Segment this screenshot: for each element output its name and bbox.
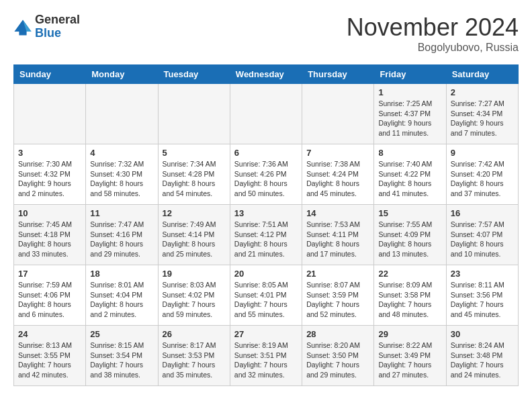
day-number: 5 [163, 148, 226, 158]
day-number: 21 [306, 269, 369, 279]
day-number: 30 [451, 329, 514, 339]
calendar-cell: 26Sunrise: 8:17 AM Sunset: 3:53 PM Dayli… [158, 326, 230, 386]
day-info: Sunrise: 7:47 AM Sunset: 4:16 PM Dayligh… [90, 220, 153, 259]
day-info: Sunrise: 7:40 AM Sunset: 4:22 PM Dayligh… [378, 159, 441, 199]
day-number: 28 [306, 329, 369, 339]
calendar-cell: 4Sunrise: 7:32 AM Sunset: 4:30 PM Daylig… [86, 144, 158, 205]
day-number: 7 [306, 148, 369, 158]
day-number: 20 [234, 269, 298, 279]
day-number: 12 [163, 208, 226, 218]
column-header-sunday: Sunday [14, 65, 86, 84]
month-title: November 2024 [347, 13, 519, 42]
day-info: Sunrise: 8:19 AM Sunset: 3:51 PM Dayligh… [234, 340, 298, 380]
day-info: Sunrise: 8:01 AM Sunset: 4:04 PM Dayligh… [90, 280, 153, 320]
page-header: General Blue November 2024 Bogolyubovo, … [13, 13, 519, 54]
calendar-cell [158, 84, 230, 144]
calendar-cell: 17Sunrise: 7:59 AM Sunset: 4:06 PM Dayli… [14, 265, 86, 326]
calendar-week-1: 1Sunrise: 7:25 AM Sunset: 4:37 PM Daylig… [14, 84, 519, 144]
day-info: Sunrise: 8:07 AM Sunset: 3:59 PM Dayligh… [306, 280, 369, 320]
day-info: Sunrise: 7:36 AM Sunset: 4:26 PM Dayligh… [234, 159, 298, 199]
day-number: 16 [451, 208, 514, 218]
calendar-cell: 19Sunrise: 8:03 AM Sunset: 4:02 PM Dayli… [158, 265, 230, 326]
calendar-cell: 5Sunrise: 7:34 AM Sunset: 4:28 PM Daylig… [158, 144, 230, 205]
calendar-cell: 24Sunrise: 8:13 AM Sunset: 3:55 PM Dayli… [14, 326, 86, 386]
calendar-cell: 25Sunrise: 8:15 AM Sunset: 3:54 PM Dayli… [86, 326, 158, 386]
calendar-cell: 12Sunrise: 7:49 AM Sunset: 4:14 PM Dayli… [158, 205, 230, 265]
day-number: 23 [451, 269, 514, 279]
calendar-cell: 15Sunrise: 7:55 AM Sunset: 4:09 PM Dayli… [374, 205, 446, 265]
day-info: Sunrise: 7:30 AM Sunset: 4:32 PM Dayligh… [18, 159, 81, 199]
day-number: 13 [234, 208, 298, 218]
day-info: Sunrise: 7:38 AM Sunset: 4:24 PM Dayligh… [306, 159, 369, 199]
calendar-table: SundayMondayTuesdayWednesdayThursdayFrid… [13, 64, 519, 386]
calendar-week-5: 24Sunrise: 8:13 AM Sunset: 3:55 PM Dayli… [14, 326, 519, 386]
column-header-monday: Monday [86, 65, 158, 84]
calendar-cell [302, 84, 374, 144]
logo-general-text: General [35, 13, 80, 27]
calendar-cell: 7Sunrise: 7:38 AM Sunset: 4:24 PM Daylig… [302, 144, 374, 205]
calendar-week-2: 3Sunrise: 7:30 AM Sunset: 4:32 PM Daylig… [14, 144, 519, 205]
calendar-week-4: 17Sunrise: 7:59 AM Sunset: 4:06 PM Dayli… [14, 265, 519, 326]
calendar-cell: 3Sunrise: 7:30 AM Sunset: 4:32 PM Daylig… [14, 144, 86, 205]
location-text: Bogolyubovo, Russia [347, 42, 519, 54]
day-number: 6 [234, 148, 298, 158]
calendar-cell: 6Sunrise: 7:36 AM Sunset: 4:26 PM Daylig… [230, 144, 302, 205]
calendar-cell: 11Sunrise: 7:47 AM Sunset: 4:16 PM Dayli… [86, 205, 158, 265]
day-info: Sunrise: 8:17 AM Sunset: 3:53 PM Dayligh… [163, 340, 226, 380]
column-header-tuesday: Tuesday [158, 65, 230, 84]
calendar-cell: 1Sunrise: 7:25 AM Sunset: 4:37 PM Daylig… [374, 84, 446, 144]
logo: General Blue [13, 13, 80, 40]
day-info: Sunrise: 7:59 AM Sunset: 4:06 PM Dayligh… [18, 280, 81, 320]
logo-blue-text: Blue [35, 27, 80, 40]
day-number: 24 [18, 329, 81, 339]
day-number: 26 [163, 329, 226, 339]
calendar-cell: 10Sunrise: 7:45 AM Sunset: 4:18 PM Dayli… [14, 205, 86, 265]
calendar-cell: 21Sunrise: 8:07 AM Sunset: 3:59 PM Dayli… [302, 265, 374, 326]
day-number: 8 [378, 148, 441, 158]
calendar-cell [14, 84, 86, 144]
calendar-cell: 9Sunrise: 7:42 AM Sunset: 4:20 PM Daylig… [446, 144, 518, 205]
column-header-saturday: Saturday [446, 65, 518, 84]
day-number: 9 [451, 148, 514, 158]
day-info: Sunrise: 8:20 AM Sunset: 3:50 PM Dayligh… [306, 340, 369, 380]
day-number: 19 [163, 269, 226, 279]
day-info: Sunrise: 7:57 AM Sunset: 4:07 PM Dayligh… [451, 220, 514, 259]
day-number: 4 [90, 148, 153, 158]
calendar-cell [86, 84, 158, 144]
day-info: Sunrise: 8:15 AM Sunset: 3:54 PM Dayligh… [90, 340, 153, 380]
day-info: Sunrise: 7:49 AM Sunset: 4:14 PM Dayligh… [163, 220, 226, 259]
calendar-cell: 2Sunrise: 7:27 AM Sunset: 4:34 PM Daylig… [446, 84, 518, 144]
day-number: 22 [378, 269, 441, 279]
column-header-wednesday: Wednesday [230, 65, 302, 84]
logo-icon [13, 17, 32, 36]
day-info: Sunrise: 8:22 AM Sunset: 3:49 PM Dayligh… [378, 340, 441, 380]
day-info: Sunrise: 7:25 AM Sunset: 4:37 PM Dayligh… [378, 99, 441, 138]
calendar-cell: 16Sunrise: 7:57 AM Sunset: 4:07 PM Dayli… [446, 205, 518, 265]
column-header-thursday: Thursday [302, 65, 374, 84]
day-info: Sunrise: 8:13 AM Sunset: 3:55 PM Dayligh… [18, 340, 81, 380]
day-number: 29 [378, 329, 441, 339]
day-number: 1 [378, 87, 441, 97]
day-info: Sunrise: 7:51 AM Sunset: 4:12 PM Dayligh… [234, 220, 298, 259]
calendar-cell: 22Sunrise: 8:09 AM Sunset: 3:58 PM Dayli… [374, 265, 446, 326]
day-number: 2 [451, 87, 514, 97]
day-number: 25 [90, 329, 153, 339]
calendar-cell: 27Sunrise: 8:19 AM Sunset: 3:51 PM Dayli… [230, 326, 302, 386]
calendar-cell: 28Sunrise: 8:20 AM Sunset: 3:50 PM Dayli… [302, 326, 374, 386]
day-info: Sunrise: 8:03 AM Sunset: 4:02 PM Dayligh… [163, 280, 226, 320]
calendar-cell: 13Sunrise: 7:51 AM Sunset: 4:12 PM Dayli… [230, 205, 302, 265]
day-info: Sunrise: 7:53 AM Sunset: 4:11 PM Dayligh… [306, 220, 369, 259]
calendar-cell: 30Sunrise: 8:24 AM Sunset: 3:48 PM Dayli… [446, 326, 518, 386]
calendar-cell: 20Sunrise: 8:05 AM Sunset: 4:01 PM Dayli… [230, 265, 302, 326]
calendar-cell: 18Sunrise: 8:01 AM Sunset: 4:04 PM Dayli… [86, 265, 158, 326]
svg-marker-0 [14, 19, 31, 35]
logo-text: General Blue [35, 13, 80, 40]
day-number: 10 [18, 208, 81, 218]
column-headers: SundayMondayTuesdayWednesdayThursdayFrid… [14, 65, 519, 84]
calendar-cell: 14Sunrise: 7:53 AM Sunset: 4:11 PM Dayli… [302, 205, 374, 265]
day-info: Sunrise: 8:09 AM Sunset: 3:58 PM Dayligh… [378, 280, 441, 320]
day-info: Sunrise: 7:27 AM Sunset: 4:34 PM Dayligh… [451, 99, 514, 138]
calendar-cell: 8Sunrise: 7:40 AM Sunset: 4:22 PM Daylig… [374, 144, 446, 205]
calendar-cell [230, 84, 302, 144]
day-info: Sunrise: 8:24 AM Sunset: 3:48 PM Dayligh… [451, 340, 514, 380]
